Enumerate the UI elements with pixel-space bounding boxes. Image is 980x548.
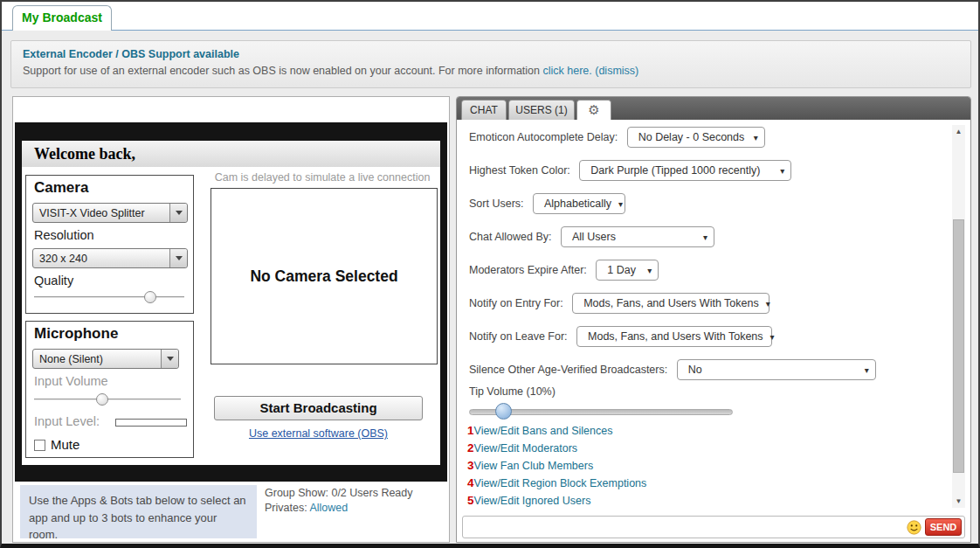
chevron-down-icon: ▾ <box>770 332 775 342</box>
mute-label: Mute <box>51 437 79 452</box>
token-color-select[interactable]: Dark Purple (Tipped 1000 recently) ▾ <box>579 160 791 181</box>
moderators-link[interactable]: View/Edit Moderators <box>474 442 578 454</box>
tab-my-broadcast[interactable]: My Broadcast <box>12 5 112 31</box>
gear-icon: ⚙ <box>588 102 599 117</box>
tab-settings[interactable]: ⚙ <box>576 100 611 120</box>
tip-volume-label: Tip Volume (10%) <box>469 385 556 398</box>
chevron-down-icon: ▾ <box>780 166 784 176</box>
microphone-title: Microphone <box>34 325 118 343</box>
link-row: 3View Fan Club Members <box>467 457 593 473</box>
notify-entry-select[interactable]: Mods, Fans, and Users With Tokens ▾ <box>572 293 770 314</box>
tab-users[interactable]: USERS (1) <box>508 100 575 120</box>
mute-checkbox[interactable] <box>34 440 45 451</box>
resolution-select[interactable]: 320 x 240 <box>32 248 188 268</box>
setting-row-emoticon-delay: Emoticon Autocomplete Delay: No Delay - … <box>469 127 765 148</box>
camera-section: Camera VISIT-X Video Splitter Resolution… <box>25 175 194 314</box>
link-row: 1View/Edit Bans and Silences <box>467 422 612 438</box>
chevron-down-icon: ▾ <box>703 232 707 242</box>
cam-delay-note: Cam is delayed to simulate a live connec… <box>205 171 439 184</box>
region-block-link[interactable]: View/Edit Region Block Exemptions <box>474 477 647 489</box>
quality-label: Quality <box>34 274 73 288</box>
setting-row-sort-users: Sort Users: Alphabetically ▾ <box>469 193 625 214</box>
ignored-users-link[interactable]: View/Edit Ignored Users <box>474 495 591 507</box>
no-camera-text: No Camera Selected <box>250 267 397 286</box>
microphone-device-select[interactable]: None (Silent) <box>32 349 179 369</box>
input-volume-slider-knob[interactable] <box>96 393 108 406</box>
chat-message-input[interactable] <box>462 516 965 538</box>
fan-club-link[interactable]: View Fan Club Members <box>474 460 594 472</box>
chevron-down-icon <box>161 350 178 368</box>
chevron-down-icon: ▾ <box>647 266 652 275</box>
notice-body: Support for use of an external encoder s… <box>23 65 959 77</box>
camera-preview: No Camera Selected <box>210 188 438 364</box>
silence-broadcasters-select[interactable]: No ▾ <box>677 359 876 380</box>
chevron-down-icon: ▾ <box>754 133 758 142</box>
setting-row-notify-entry: Notify on Entry For: Mods, Fans, and Use… <box>469 293 770 314</box>
setting-row-mod-expire: Moderators Expire After: 1 Day ▾ <box>469 260 659 281</box>
broadcaster-widget-body: Camera VISIT-X Video Splitter Resolution… <box>22 167 440 465</box>
apps-bots-note: Use the Apps & Bots tab below to select … <box>20 485 257 538</box>
click-here-link[interactable]: click here. <box>542 65 591 77</box>
camera-title: Camera <box>34 179 88 197</box>
link-number: 5 <box>467 494 474 507</box>
camera-device-select[interactable]: VISIT-X Video Splitter <box>32 203 188 223</box>
scroll-up-icon[interactable]: ▲ <box>952 125 965 138</box>
dismiss-link[interactable]: (dismiss) <box>595 65 638 77</box>
group-show-status: Group Show: 0/2 Users Ready <box>265 487 413 499</box>
setting-row-token-color: Highest Token Color: Dark Purple (Tipped… <box>469 160 791 181</box>
chat-composer: SEND <box>457 514 970 543</box>
scrollbar-thumb[interactable] <box>953 219 964 473</box>
tip-volume-knob[interactable] <box>495 403 512 420</box>
setting-row-chat-allowed: Chat Allowed By: All Users ▾ <box>469 226 714 247</box>
welcome-header: Welcome back, <box>22 141 440 167</box>
setting-row-notify-leave: Notify on Leave For: Mods, Fans, and Use… <box>469 326 772 347</box>
privates-allowed-link[interactable]: Allowed <box>309 502 348 514</box>
chat-allowed-select[interactable]: All Users ▾ <box>561 226 714 247</box>
send-button[interactable]: SEND <box>925 518 962 536</box>
mod-expire-select[interactable]: 1 Day ▾ <box>596 260 659 281</box>
tab-chat[interactable]: CHAT <box>461 100 507 120</box>
broadcast-page: My Broadcast External Encoder / OBS Supp… <box>0 0 980 548</box>
chat-settings-panel: CHAT USERS (1) ⚙ Emoticon Autocomplete D… <box>456 96 971 543</box>
notify-leave-select[interactable]: Mods, Fans, and Users With Tokens ▾ <box>576 326 772 347</box>
broadcast-setup-panel: Welcome back, Camera VISIT-X Video Split… <box>12 96 450 543</box>
input-volume-slider[interactable] <box>34 393 181 406</box>
bans-silences-link[interactable]: View/Edit Bans and Silences <box>474 425 613 437</box>
tip-volume-slider[interactable] <box>469 403 733 420</box>
settings-scrollbar[interactable]: ▲ ▼ <box>952 125 965 508</box>
link-number: 2 <box>467 441 474 454</box>
notice-title: External Encoder / OBS Support available <box>23 48 959 60</box>
microphone-section: Microphone None (Silent) Input Volume In… <box>25 321 194 458</box>
link-row: 2View/Edit Moderators <box>467 440 577 455</box>
emoticon-icon[interactable] <box>907 520 921 535</box>
broadcaster-widget: Welcome back, Camera VISIT-X Video Split… <box>15 122 447 482</box>
chevron-down-icon: ▾ <box>865 365 869 375</box>
input-level-meter <box>115 419 187 427</box>
emoticon-delay-select[interactable]: No Delay - 0 Seconds ▾ <box>627 127 765 148</box>
notice-text: Support for use of an external encoder s… <box>23 65 540 77</box>
obs-notice-banner: External Encoder / OBS Support available… <box>10 40 971 88</box>
scroll-down-icon[interactable]: ▼ <box>952 495 965 508</box>
link-row: 4View/Edit Region Block Exemptions <box>467 475 646 490</box>
link-row: 5View/Edit Ignored Users <box>467 492 590 508</box>
setting-row-silence-broadcasters: Silence Other Age-Verified Broadcasters:… <box>469 359 876 380</box>
resolution-label: Resolution <box>34 228 94 242</box>
quality-slider[interactable] <box>34 291 184 303</box>
privates-status: Privates: Allowed <box>265 502 348 514</box>
link-number: 4 <box>467 476 474 489</box>
quality-slider-knob[interactable] <box>144 291 156 303</box>
top-tab-bar <box>2 2 978 31</box>
input-level-label: Input Level: <box>34 414 100 428</box>
external-software-link[interactable]: Use external software (OBS) <box>214 427 423 440</box>
link-number: 3 <box>467 459 474 472</box>
chevron-down-icon: ▾ <box>618 199 623 209</box>
chevron-down-icon <box>169 249 187 267</box>
start-broadcasting-button[interactable]: Start Broadcasting <box>214 396 423 420</box>
input-volume-label: Input Volume <box>34 374 108 388</box>
chevron-down-icon: ▾ <box>766 299 770 309</box>
chevron-down-icon <box>169 204 187 222</box>
chat-tab-bar: CHAT USERS (1) ⚙ <box>457 97 970 120</box>
sort-users-select[interactable]: Alphabetically ▾ <box>533 193 625 214</box>
link-number: 1 <box>467 424 474 437</box>
